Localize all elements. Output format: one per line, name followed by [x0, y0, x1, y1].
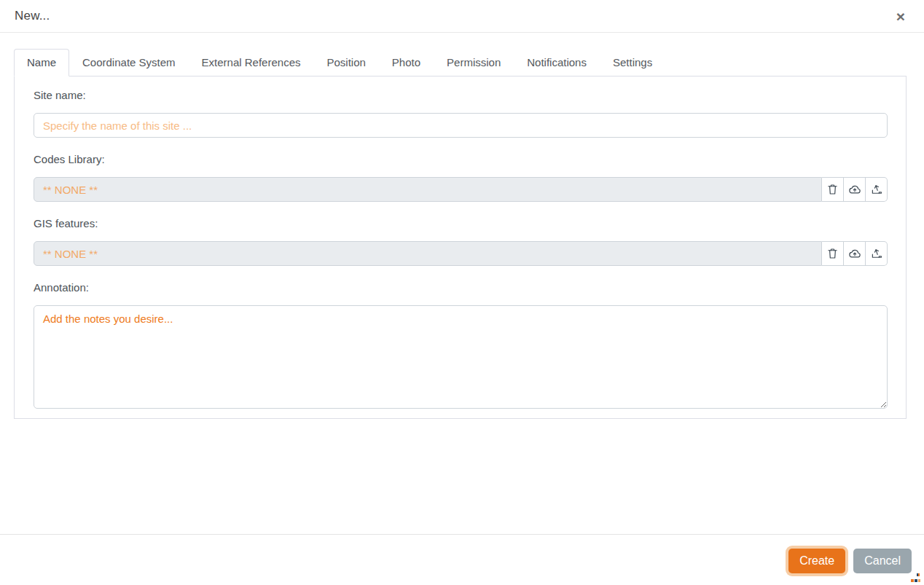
- codes-library-cloud-upload-button[interactable]: [844, 177, 866, 202]
- tab-photo[interactable]: Photo: [379, 49, 434, 76]
- gis-features-delete-button[interactable]: [822, 241, 844, 266]
- tab-external-references[interactable]: External References: [189, 49, 314, 76]
- site-name-input[interactable]: [34, 113, 888, 138]
- trash-icon: [826, 247, 839, 260]
- trash-icon: [826, 183, 839, 196]
- cloud-upload-icon: [847, 247, 862, 260]
- dialog-footer: Create Cancel: [0, 535, 924, 573]
- upload-icon: [870, 247, 883, 260]
- upload-icon: [870, 183, 883, 196]
- codes-library-value[interactable]: [34, 177, 822, 202]
- codes-library-field: Codes Library:: [34, 153, 888, 202]
- gis-features-value[interactable]: [34, 241, 822, 266]
- annotation-textarea[interactable]: [34, 305, 888, 409]
- codes-library-label: Codes Library:: [34, 153, 888, 165]
- codes-library-upload-button[interactable]: [866, 177, 888, 202]
- resize-grip-artifact: [911, 573, 920, 583]
- tab-permission[interactable]: Permission: [434, 49, 514, 76]
- cloud-upload-icon: [847, 183, 862, 196]
- annotation-field: Annotation:: [34, 281, 888, 412]
- tab-coordinate-system[interactable]: Coordinate System: [69, 49, 189, 76]
- tab-name[interactable]: Name: [14, 49, 69, 76]
- codes-library-delete-button[interactable]: [822, 177, 844, 202]
- site-name-label: Site name:: [34, 89, 888, 101]
- gis-features-field: GIS features:: [34, 217, 888, 266]
- name-tab-panel: Site name: Codes Library:: [14, 76, 907, 419]
- gis-features-label: GIS features:: [34, 217, 888, 229]
- site-name-field: Site name:: [34, 89, 888, 138]
- create-button[interactable]: Create: [788, 549, 845, 573]
- cancel-button[interactable]: Cancel: [853, 549, 912, 573]
- dialog-header: New... ×: [0, 0, 924, 33]
- tab-position[interactable]: Position: [313, 49, 378, 76]
- tab-bar: Name Coordinate System External Referenc…: [14, 49, 907, 76]
- annotation-label: Annotation:: [34, 281, 888, 294]
- new-site-dialog: New... × Name Coordinate System External…: [0, 0, 924, 585]
- tab-settings[interactable]: Settings: [600, 49, 665, 76]
- close-icon[interactable]: ×: [893, 7, 908, 25]
- gis-features-upload-button[interactable]: [866, 241, 888, 266]
- tab-notifications[interactable]: Notifications: [514, 49, 600, 76]
- gis-features-cloud-upload-button[interactable]: [844, 241, 866, 266]
- dialog-title: New...: [15, 9, 50, 23]
